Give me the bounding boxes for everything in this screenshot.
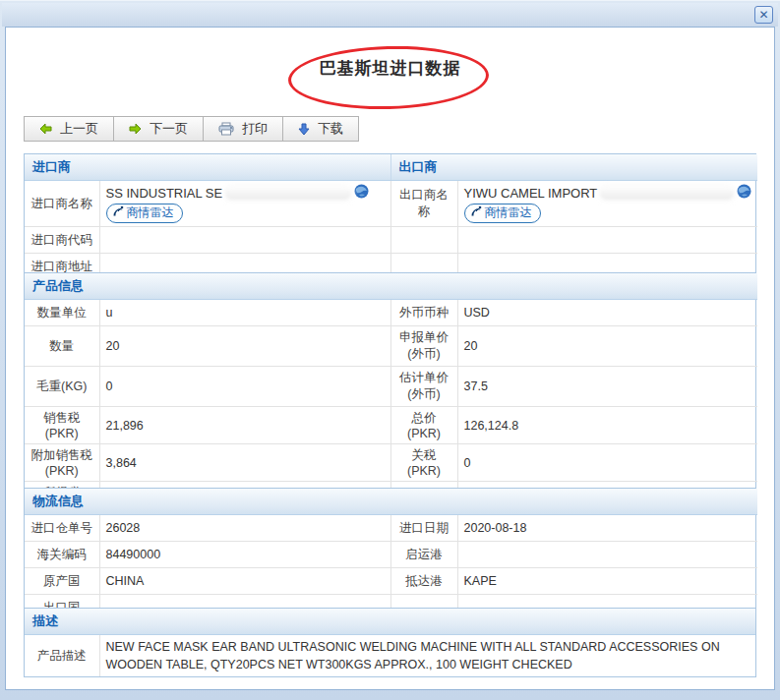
page-title: 巴基斯坦进口数据	[6, 57, 774, 80]
importer-code-label: 进口商代码	[25, 227, 99, 254]
table-row: 进口仓单号 26028 进口日期 2020-08-18	[25, 515, 757, 542]
field-value: 26028	[99, 515, 390, 542]
description-section-header: 描述	[25, 609, 755, 635]
field-value: 0	[457, 444, 757, 482]
importer-section-header: 进口商	[25, 154, 390, 181]
importer-name-value: SS INDUSTRIAL SE	[106, 186, 223, 201]
exporter-empty-value	[457, 227, 757, 254]
field-label: 附加销售税(PKR)	[25, 444, 99, 482]
table-row: 进口商代码	[25, 227, 757, 254]
field-value: 0	[99, 367, 390, 407]
business-radar-badge[interactable]: 商情雷达	[106, 204, 183, 223]
radar-badge-label: 商情雷达	[127, 204, 174, 221]
print-button[interactable]: 打印	[203, 116, 283, 142]
field-label: 总价(PKR)	[390, 407, 457, 444]
business-radar-badge[interactable]: 商情雷达	[464, 204, 541, 223]
exporter-section-header: 出口商	[390, 154, 757, 181]
logistics-section-header: 物流信息	[25, 489, 757, 515]
field-label: 进口仓单号	[25, 515, 99, 542]
field-value: 126,124.8	[457, 407, 757, 444]
field-label: 申报单价(外币)	[390, 326, 457, 367]
prev-page-label: 上一页	[60, 120, 98, 138]
exporter-name-value: YIWU CAMEL IMPORT	[464, 186, 598, 201]
field-value: 84490000	[99, 542, 390, 568]
field-value: 21,896	[99, 407, 390, 444]
product-section-header: 产品信息	[25, 273, 757, 300]
radar-badge-label: 商情雷达	[485, 204, 532, 221]
printer-icon	[218, 122, 234, 136]
product-description-value: NEW FACE MASK EAR BAND ULTRASONIC WELDIN…	[99, 635, 755, 677]
field-label: 估计单价(外币)	[390, 367, 457, 407]
field-label: 关税(PKR)	[390, 444, 457, 482]
section-header-row: 进口商 出口商	[25, 154, 757, 181]
radar-dish-icon	[112, 205, 124, 220]
table-row: 附加销售税(PKR) 3,864 关税(PKR) 0	[25, 444, 757, 482]
field-label: 抵达港	[390, 568, 457, 595]
table-row: 产品描述 NEW FACE MASK EAR BAND ULTRASONIC W…	[25, 635, 755, 677]
blue-down-arrow-icon	[298, 123, 310, 136]
field-label: 启运港	[390, 542, 457, 568]
field-label: 进口日期	[390, 515, 457, 542]
section-header-row: 物流信息	[25, 489, 757, 515]
field-label: 销售税(PKR)	[25, 407, 99, 444]
field-label: 毛重(KG)	[25, 367, 99, 407]
table-row: 数量 20 申报单价(外币) 20	[25, 326, 757, 367]
globe-icon[interactable]	[737, 184, 751, 202]
field-value: 20	[457, 326, 757, 367]
next-page-label: 下一页	[150, 120, 188, 138]
field-value: u	[99, 300, 390, 326]
green-right-arrow-icon	[129, 123, 142, 135]
green-left-arrow-icon	[39, 123, 52, 135]
field-value: KAPE	[457, 568, 757, 595]
close-button[interactable]: ✕	[754, 6, 773, 24]
exporter-name-cell: YIWU CAMEL IMPORT	[457, 181, 757, 227]
table-row: 海关编码 84490000 启运港	[25, 542, 757, 568]
field-label: 数量单位	[25, 300, 99, 326]
field-label: 海关编码	[25, 542, 99, 568]
toolbar: 上一页 下一页 打印	[24, 116, 359, 142]
section-header-row: 描述	[25, 609, 755, 635]
dialog-content-panel: 巴基斯坦进口数据 上一页 下一页	[5, 27, 775, 690]
dialog-frame: ✕ 巴基斯坦进口数据 上一页 下一页	[0, 0, 780, 700]
next-page-button[interactable]: 下一页	[113, 116, 204, 142]
field-value: 3,864	[99, 444, 390, 482]
table-row: 进口商名称 SS INDUSTRIAL SE	[25, 181, 757, 227]
importer-name-cell: SS INDUSTRIAL SE	[99, 181, 390, 227]
download-label: 下载	[318, 120, 343, 138]
redacted-text	[225, 187, 351, 200]
description-section: 描述 产品描述 NEW FACE MASK EAR BAND ULTRASONI…	[24, 608, 756, 677]
prev-page-button[interactable]: 上一页	[24, 116, 114, 142]
field-value: CHINA	[99, 568, 390, 595]
globe-icon[interactable]	[354, 184, 369, 202]
field-value: USD	[457, 300, 757, 326]
field-label: 数量	[25, 326, 99, 367]
print-label: 打印	[242, 120, 268, 138]
importer-exporter-section: 进口商 出口商 进口商名称 SS INDUSTRIAL SE	[24, 153, 756, 280]
table-row: 原产国 CHINA 抵达港 KAPE	[25, 568, 757, 595]
exporter-name-label: 出口商名称	[390, 181, 457, 227]
logistics-section: 物流信息 进口仓单号 26028 进口日期 2020-08-18 海关编码 84…	[24, 488, 756, 621]
table-row: 销售税(PKR) 21,896 总价(PKR) 126,124.8	[25, 407, 757, 444]
field-label: 外币币种	[390, 300, 457, 326]
field-value: 2020-08-18	[457, 515, 757, 542]
table-row: 数量单位 u 外币币种 USD	[25, 300, 757, 326]
exporter-empty-label	[390, 227, 457, 254]
importer-code-value	[99, 227, 390, 254]
radar-dish-icon	[470, 205, 482, 220]
download-button[interactable]: 下载	[282, 116, 359, 142]
dialog-title-bar: ✕	[2, 3, 778, 27]
table-row: 毛重(KG) 0 估计单价(外币) 37.5	[25, 367, 757, 407]
field-value	[457, 542, 757, 568]
field-label: 原产国	[25, 568, 99, 595]
product-info-section: 产品信息 数量单位 u 外币币种 USD 数量 20 申报单价(外币) 20 毛…	[24, 272, 756, 519]
product-description-label: 产品描述	[25, 635, 99, 677]
field-value: 37.5	[457, 367, 757, 407]
importer-name-label: 进口商名称	[25, 181, 99, 227]
redacted-text	[600, 187, 734, 200]
section-header-row: 产品信息	[25, 273, 757, 300]
field-value: 20	[99, 326, 390, 367]
